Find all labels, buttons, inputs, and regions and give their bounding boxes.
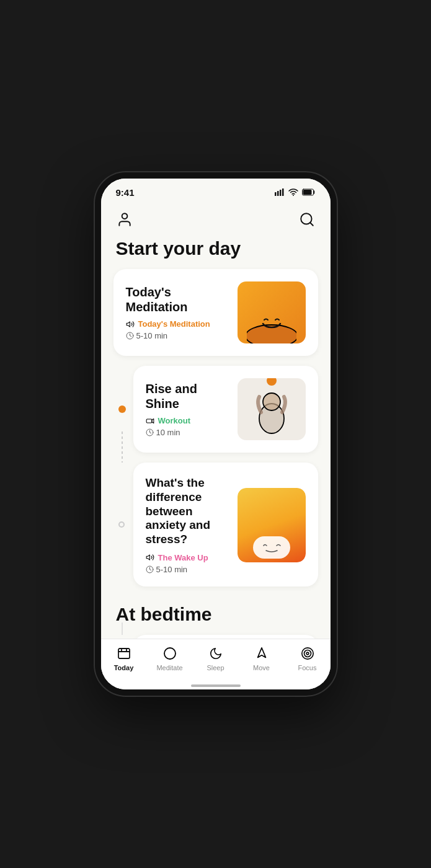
tab-move[interactable]: Move: [239, 645, 285, 671]
meditation-duration: 5-10 min: [126, 331, 230, 340]
rise-duration-text: 10 min: [156, 428, 180, 437]
meditation-card[interactable]: Today'sMeditation Today's Meditation: [113, 269, 318, 356]
sleeping-card[interactable]: Sleeping Sleepcast: [133, 635, 318, 639]
timeline-dot-empty: [118, 521, 125, 528]
screen: 9:41: [101, 179, 331, 689]
sleep-icon: [208, 645, 224, 662]
focus-icon: [300, 645, 316, 662]
tab-sleep-label: Sleep: [207, 664, 224, 671]
svg-marker-35: [257, 648, 265, 658]
tab-meditate-label: Meditate: [156, 664, 182, 671]
battery-icon: [302, 188, 316, 196]
svg-point-4: [293, 195, 294, 196]
wifi-icon: [288, 188, 298, 196]
status-icons: [275, 188, 316, 196]
anxiety-title: What's the difference between anxiety an…: [146, 476, 230, 547]
rise-meta-label: Workout: [158, 416, 190, 425]
profile-button[interactable]: [116, 211, 133, 228]
tab-bar: Today Meditate Sleep: [101, 639, 331, 689]
svg-point-16: [263, 393, 280, 410]
anxiety-card-left: What's the difference between anxiety an…: [146, 476, 238, 574]
meditation-image: [238, 281, 306, 343]
svg-point-38: [306, 652, 309, 655]
meditation-title: Today'sMeditation: [126, 285, 230, 314]
svg-rect-2: [280, 190, 282, 196]
tab-focus[interactable]: Focus: [285, 645, 331, 671]
top-nav: [101, 206, 331, 231]
phone-frame: 9:41: [95, 172, 337, 696]
anxiety-duration: 5-10 min: [146, 565, 230, 574]
svg-point-37: [304, 650, 311, 657]
volume-icon: [126, 320, 135, 329]
timeline-dot-orange: [118, 405, 126, 413]
anxiety-image: [238, 488, 306, 562]
volume-icon-anxiety: [146, 553, 154, 562]
profile-icon: [117, 211, 133, 228]
tab-focus-label: Focus: [298, 664, 317, 671]
tab-today-label: Today: [114, 664, 134, 671]
video-icon: [146, 417, 154, 425]
svg-marker-17: [146, 555, 149, 560]
clock-icon-rise: [146, 428, 154, 436]
rise-duration: 10 min: [146, 428, 230, 437]
home-indicator: [191, 684, 241, 687]
signal-icon: [275, 188, 285, 196]
svg-point-34: [164, 648, 176, 659]
meditation-meta-label: Today's Meditation: [138, 319, 210, 329]
move-icon: [254, 645, 270, 662]
rise-image: [238, 378, 306, 440]
svg-marker-13: [151, 418, 153, 423]
anxiety-card[interactable]: What's the difference between anxiety an…: [133, 463, 318, 587]
anxiety-duration-text: 5-10 min: [156, 565, 188, 574]
svg-marker-9: [127, 321, 130, 326]
svg-rect-12: [146, 419, 152, 423]
bedtime-title: At bedtime: [101, 596, 331, 635]
content-scroll[interactable]: Start your day Today'sMeditation Today's…: [101, 231, 331, 639]
today-icon: [116, 645, 132, 662]
svg-rect-0: [275, 192, 277, 196]
search-button[interactable]: [298, 211, 316, 228]
clock-icon-anxiety: [146, 565, 154, 574]
svg-rect-6: [303, 190, 311, 195]
search-icon: [299, 211, 315, 228]
meditation-meta: Today's Meditation: [126, 319, 230, 329]
rise-card-left: Rise and Shine Workout: [146, 381, 238, 437]
svg-point-36: [301, 648, 313, 659]
rise-meta: Workout: [146, 416, 230, 425]
svg-rect-3: [282, 188, 284, 196]
tab-meditate[interactable]: Meditate: [147, 645, 193, 671]
status-time: 9:41: [116, 187, 135, 198]
svg-rect-1: [277, 191, 279, 196]
rise-title: Rise and Shine: [146, 381, 230, 411]
anxiety-meta: The Wake Up: [146, 553, 230, 562]
tab-move-label: Move: [253, 664, 270, 671]
tab-sleep[interactable]: Sleep: [193, 645, 239, 671]
meditation-duration-text: 5-10 min: [136, 331, 168, 340]
meditation-card-left: Today'sMeditation Today's Meditation: [126, 285, 238, 340]
tab-today[interactable]: Today: [101, 645, 147, 671]
rise-card[interactable]: Rise and Shine Workout: [133, 366, 318, 453]
start-day-title: Start your day: [101, 231, 331, 269]
svg-rect-30: [118, 649, 130, 658]
anxiety-meta-label: The Wake Up: [158, 553, 208, 562]
meditate-icon: [162, 645, 178, 662]
clock-icon-med: [126, 332, 134, 340]
svg-point-7: [122, 213, 127, 219]
status-bar: 9:41: [101, 179, 331, 206]
